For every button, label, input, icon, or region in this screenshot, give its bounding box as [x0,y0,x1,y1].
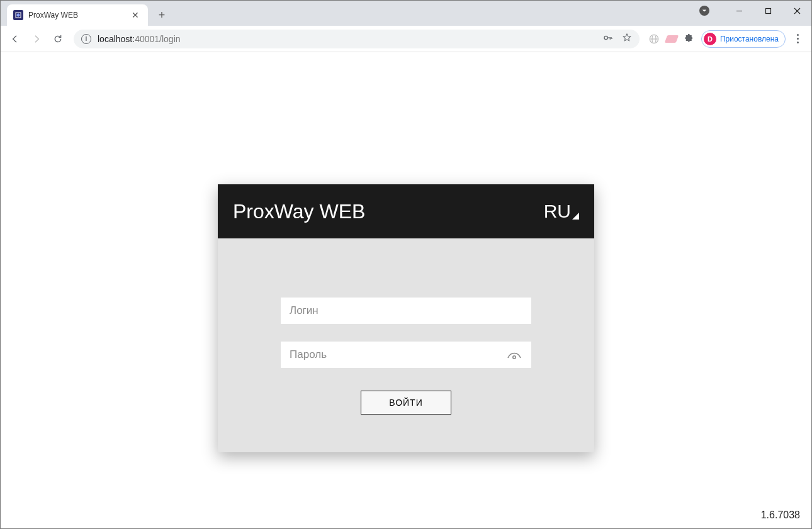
profile-avatar: D [704,33,716,45]
password-input[interactable] [290,348,506,361]
translate-icon[interactable] [648,33,660,45]
language-switcher[interactable]: RU [544,201,579,222]
login-button[interactable]: ВОЙТИ [361,391,451,415]
site-info-icon[interactable]: i [81,34,91,44]
tabstrip: ProxWay WEB ✕ + [1,1,811,26]
language-label: RU [544,201,571,222]
page-viewport: ProxWay WEB RU ВОЙТИ 1.6.7038 [1,52,811,528]
tab-title: ProxWay WEB [28,11,129,19]
svg-point-5 [604,36,607,39]
forward-button[interactable] [27,30,46,48]
back-button[interactable] [6,30,25,48]
url-text: localhost:40001/login [98,34,181,44]
minimize-button[interactable] [725,1,753,21]
browser-tab[interactable]: ProxWay WEB ✕ [7,4,148,26]
new-tab-button[interactable]: + [152,5,172,25]
password-field-wrap [281,342,531,368]
svg-rect-2 [765,8,770,13]
maximize-button[interactable] [753,1,782,21]
bookmark-star-icon[interactable] [622,33,632,45]
app-title: ProxWay WEB [233,200,365,223]
close-window-button[interactable] [782,1,811,21]
browser-menu-button[interactable] [792,34,804,43]
tab-search-icon[interactable] [699,6,709,16]
username-field-wrap [281,298,531,324]
address-bar[interactable]: i localhost:40001/login [74,30,640,48]
favicon-icon [13,10,23,20]
username-input[interactable] [290,304,522,317]
login-header: ProxWay WEB RU [218,184,594,238]
window-controls [699,1,811,21]
login-card: ProxWay WEB RU ВОЙТИ [218,184,594,452]
key-password-icon[interactable] [603,33,613,45]
version-label: 1.6.7038 [761,510,800,521]
login-form: ВОЙТИ [218,238,594,452]
browser-chrome: ProxWay WEB ✕ + i localhost:40001/login [1,1,811,52]
profile-chip[interactable]: D Приостановлена [701,30,786,48]
reload-button[interactable] [48,30,67,48]
close-tab-icon[interactable]: ✕ [129,10,142,20]
toolbar-icons: D Приостановлена [646,30,806,48]
svg-point-12 [513,356,516,359]
eraser-extension-icon[interactable] [666,33,677,45]
show-password-icon[interactable] [506,347,522,363]
browser-toolbar: i localhost:40001/login D [1,26,811,52]
profile-status: Приостановлена [720,35,779,43]
dropdown-triangle-icon [572,213,579,220]
extensions-icon[interactable] [684,33,695,45]
